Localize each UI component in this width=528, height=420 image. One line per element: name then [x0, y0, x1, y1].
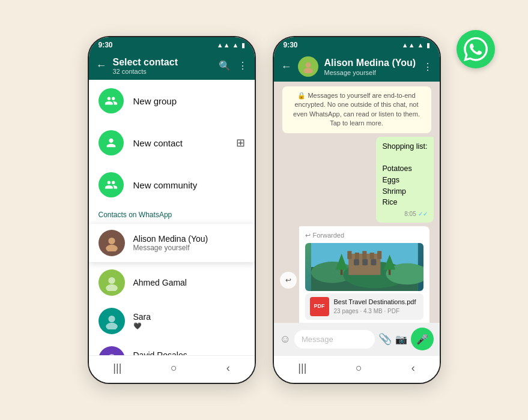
message-forwarded-pdf: ↩Forwarded [299, 226, 430, 323]
avatar-alison [99, 230, 125, 256]
svg-point-1 [106, 245, 118, 251]
forward-share-icon-1: ↩ [280, 272, 297, 289]
svg-point-13 [303, 68, 312, 73]
header-actions-right: ⋮ [423, 61, 432, 73]
nav-back-left[interactable]: ‹ [226, 362, 230, 374]
pdf-attachment[interactable]: PDF Best Travel Destinations.pdf 23 page… [305, 293, 424, 320]
mic-button[interactable]: 🎤 [411, 328, 434, 350]
svg-rect-23 [362, 251, 366, 259]
chat-header: ← Alison Medina (You) Message yourself ⋮ [274, 52, 440, 82]
contact-sara[interactable]: Sara 🖤 [89, 302, 255, 340]
message-time-2: 8:23 ✓✓ [305, 321, 424, 323]
signal-icon: ▲▲ [217, 41, 230, 49]
wifi-icon: ▲ [232, 41, 239, 49]
more-icon[interactable]: ⋮ [238, 60, 247, 71]
new-community-label: New community [133, 180, 245, 190]
contact-info-ahmed: Ahmed Gamal [133, 278, 245, 287]
header-actions-left: 🔍 ⋮ [219, 60, 247, 71]
battery-icon-right: ▮ [426, 41, 430, 49]
attachment-icon[interactable]: 📎 [378, 332, 392, 346]
contact-info-alison: Alison Medina (You) Message yourself [133, 234, 245, 252]
new-community-item[interactable]: New community [89, 164, 255, 206]
time-right: 9:30 [284, 41, 298, 49]
header-subtitle: 32 contacts [113, 68, 213, 75]
svg-rect-22 [354, 253, 359, 259]
message-time-1: 8:05 ✓✓ [382, 209, 427, 218]
chat-contact-status: Message yourself [324, 69, 417, 76]
status-bar-left: 9:30 ▲▲ ▲ ▮ [89, 37, 255, 52]
status-bar-right: 9:30 ▲▲ ▲ ▮ [274, 37, 440, 52]
contact-ahmed[interactable]: Ahmed Gamal [89, 263, 255, 302]
contact-select-header: ← Select contact 32 contacts 🔍 ⋮ [89, 52, 255, 80]
pdf-meta: 23 pages · 4.3 MB · PDF [334, 307, 416, 316]
pdf-info: Best Travel Destinations.pdf 23 pages · … [334, 297, 416, 316]
nav-home-left[interactable]: ○ [171, 362, 177, 374]
new-contact-item[interactable]: New contact ⊞ [89, 122, 255, 164]
search-icon[interactable]: 🔍 [219, 60, 231, 71]
forwarded-label-1: ↩Forwarded [305, 230, 424, 241]
chat-more-icon[interactable]: ⋮ [423, 61, 432, 73]
message-placeholder: Message [302, 335, 333, 344]
emoji-button[interactable]: ☺ [280, 333, 291, 346]
svg-point-12 [305, 62, 311, 68]
qr-icon[interactable]: ⊞ [236, 136, 245, 149]
contact-info-david: David Rosales Available. Hit me up! [133, 350, 245, 355]
svg-rect-25 [377, 251, 381, 259]
new-community-icon [99, 172, 124, 197]
contact-name-ahmed: Ahmed Gamal [133, 278, 245, 287]
contacts-section-label: Contacts on WhatsApp [89, 206, 255, 223]
message-text-1: Shopping list: Potatoes Eggs Shrimp Rice [382, 141, 427, 209]
svg-point-5 [106, 323, 118, 329]
new-contact-icon [99, 130, 124, 155]
back-button-right[interactable]: ← [281, 61, 292, 73]
message-forwarded-pdf-row: ↩ ↩Forwarded [280, 226, 434, 323]
whatsapp-logo [457, 30, 495, 68]
contact-status-alison: Message yourself [133, 244, 245, 252]
avatar-ahmed [99, 269, 125, 296]
message-input-field[interactable]: Message [294, 330, 375, 349]
travel-image [305, 243, 424, 291]
new-contact-label: New contact [133, 138, 226, 148]
contact-david[interactable]: David Rosales Available. Hit me up! [89, 340, 255, 355]
svg-rect-24 [369, 253, 374, 259]
contact-alison[interactable]: Alison Medina (You) Message yourself [89, 224, 255, 262]
svg-rect-28 [371, 259, 376, 265]
contact-name-alison: Alison Medina (You) [133, 234, 245, 244]
contact-list: New group New contact ⊞ New community [89, 80, 255, 355]
phone-nav-right: ||| ○ ‹ [274, 355, 440, 383]
header-title-left: Select contact 32 contacts [113, 56, 213, 75]
new-group-item[interactable]: New group [89, 80, 255, 122]
time-left: 9:30 [99, 41, 113, 49]
battery-icon: ▮ [241, 41, 245, 49]
chat-avatar [298, 56, 318, 77]
signal-icon-right: ▲▲ [402, 41, 415, 49]
contact-info-sara: Sara 🖤 [133, 312, 245, 330]
chat-contact-name: Alison Medina (You) [324, 57, 417, 68]
chat-messages: 🔒 Messages to yourself are end-to-end en… [274, 82, 440, 323]
header-main-title: Select contact [113, 56, 213, 68]
svg-rect-27 [362, 259, 368, 265]
chat-input-bar: ☺ Message 📎 📷 🎤 [274, 323, 440, 355]
pdf-filename: Best Travel Destinations.pdf [334, 297, 416, 307]
pdf-icon: PDF [310, 297, 329, 316]
nav-bars-right[interactable]: ||| [298, 362, 306, 374]
contact-status-sara: 🖤 [133, 322, 245, 330]
contact-name-sara: Sara [133, 312, 245, 322]
svg-point-3 [106, 284, 118, 291]
contact-name-david: David Rosales [133, 350, 245, 355]
svg-point-0 [108, 238, 115, 244]
svg-rect-26 [354, 259, 359, 265]
nav-back-right[interactable]: ‹ [411, 362, 415, 374]
nav-bars-left[interactable]: ||| [113, 362, 121, 374]
back-button-left[interactable]: ← [96, 59, 107, 72]
new-group-label: New group [133, 96, 245, 106]
svg-point-6 [108, 354, 115, 355]
message-shopping-list: Shopping list: Potatoes Eggs Shrimp Rice… [376, 137, 433, 223]
nav-home-right[interactable]: ○ [356, 362, 362, 374]
camera-icon[interactable]: 📷 [395, 334, 407, 345]
chat-header-info: Alison Medina (You) Message yourself [324, 57, 417, 76]
phone-nav-left: ||| ○ ‹ [89, 355, 255, 383]
avatar-david [99, 346, 125, 355]
avatar-sara [99, 308, 125, 334]
encryption-notice[interactable]: 🔒 Messages to yourself are end-to-end en… [282, 86, 431, 133]
